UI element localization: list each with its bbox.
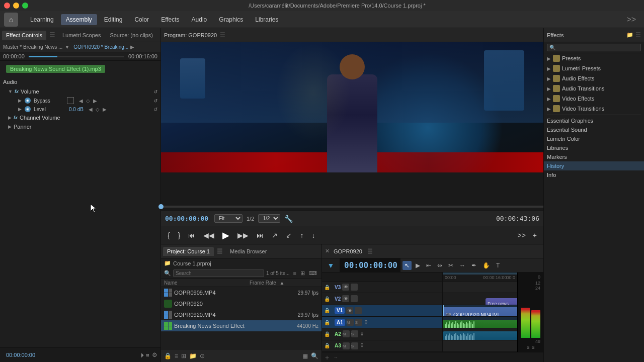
step-back-button[interactable]: ◀◀ xyxy=(201,230,217,241)
level-keyframe-diamond[interactable]: ◇ xyxy=(96,107,100,112)
a1-clip[interactable] xyxy=(443,320,517,328)
menu-color[interactable]: Color xyxy=(129,14,154,25)
track-select-tool-icon[interactable]: ▶ xyxy=(414,261,422,270)
effects-menu-icon[interactable]: ☰ xyxy=(635,32,641,39)
pen-tool-icon[interactable]: ✒ xyxy=(469,261,478,270)
a2-lock-icon[interactable]: 🔒 xyxy=(324,331,333,337)
panner-expand-icon[interactable]: ▶ xyxy=(8,124,12,129)
v3-eye-button[interactable]: 👁 xyxy=(342,284,349,291)
effects-section-info[interactable]: Info xyxy=(544,170,644,179)
icon-view2-icon[interactable]: ▦ xyxy=(302,352,308,359)
v1-clip-gopr0920[interactable]: 🎬 GOPR0920.MP4 [V] xyxy=(443,307,517,317)
text-tool-icon[interactable]: T xyxy=(494,261,502,270)
v2-mute-button[interactable] xyxy=(351,295,358,302)
a1-mic-icon[interactable]: 🎙 xyxy=(364,320,369,325)
timeline-timecode-display[interactable]: 00:00:00:00 xyxy=(340,258,400,272)
overwrite-button[interactable]: ↙ xyxy=(283,230,294,241)
lift-button[interactable]: ↑ xyxy=(297,230,306,241)
tab-lumetri-scopes[interactable]: Lumetri Scopes xyxy=(58,31,105,40)
a1-m-button[interactable]: M xyxy=(347,319,354,326)
level-keyframe-icon[interactable]: ◉ xyxy=(25,106,31,112)
effects-section-essential-sound[interactable]: Essential Sound xyxy=(544,125,644,134)
effects-section-libraries[interactable]: Libraries xyxy=(544,143,644,152)
monitor-scrubber[interactable] xyxy=(161,203,543,211)
minimize-button[interactable] xyxy=(13,3,19,9)
close-button[interactable] xyxy=(4,3,10,9)
column-name-header[interactable]: Name xyxy=(164,280,250,286)
list-view-bottom-icon[interactable]: ≡ xyxy=(175,352,178,359)
home-button[interactable]: ⌂ xyxy=(4,13,18,27)
volume-expand-icon[interactable]: ▼ xyxy=(8,89,13,94)
page-select[interactable]: 1/2 xyxy=(258,214,280,223)
menu-effects[interactable]: Effects xyxy=(156,14,184,25)
tab-media-browser[interactable]: Media Browser xyxy=(226,247,271,256)
ec-settings-icon[interactable]: ⚙ xyxy=(152,351,157,358)
effects-section-essential-graphics[interactable]: Essential Graphics xyxy=(544,116,644,125)
effects-section-presets[interactable]: ▶ Presets xyxy=(544,53,644,63)
go-to-out-button[interactable]: ⏭ xyxy=(254,230,266,241)
a1-lock-icon[interactable]: 🔒 xyxy=(324,320,333,325)
fit-select[interactable]: Fit 25% 50% 100% xyxy=(214,214,243,223)
v2-eye-button[interactable]: 👁 xyxy=(342,295,349,302)
v2-lock-icon[interactable]: 🔒 xyxy=(324,296,333,302)
a3-lock-icon[interactable]: 🔒 xyxy=(324,343,333,348)
v3-lock-icon[interactable]: 🔒 xyxy=(324,285,333,290)
column-framerate-header[interactable]: Frame Rate ▲ xyxy=(250,280,318,286)
level-value[interactable]: 0.0 dB xyxy=(69,107,84,112)
effects-section-audio-transitions[interactable]: ▶ Audio Transitions xyxy=(544,83,644,94)
bypass-keyframe-right[interactable]: ▶ xyxy=(93,98,97,104)
add-marker-button[interactable]: + xyxy=(530,230,539,241)
rolling-tool-icon[interactable]: ⇔ xyxy=(435,261,444,270)
v1-eye-button[interactable]: 👁 xyxy=(346,307,353,314)
slip-tool-icon[interactable]: ↔ xyxy=(457,261,467,270)
a2-mic-icon[interactable]: 🎙 xyxy=(360,331,365,337)
effects-section-lumetri-presets[interactable]: ▶ Lumetri Presets xyxy=(544,63,644,73)
bypass-keyframe-icon[interactable]: ◉ xyxy=(25,98,31,104)
project-search-input[interactable] xyxy=(173,269,264,277)
timeline-menu-icon[interactable]: ☰ xyxy=(367,248,373,255)
icon-view-bottom-icon[interactable]: ⊞ xyxy=(181,352,186,359)
ec-playback-icon[interactable]: ⏵▣ xyxy=(140,351,149,358)
v1-active-label[interactable]: V1 xyxy=(335,307,345,314)
search-icon[interactable]: 🔍 xyxy=(311,352,318,359)
effects-section-markers[interactable]: Markers xyxy=(544,152,644,161)
volume-reset-icon[interactable]: ↺ xyxy=(153,89,157,95)
channel-volume-expand-icon[interactable]: ▶ xyxy=(8,115,12,120)
hand-tool-icon[interactable]: ✋ xyxy=(480,261,492,270)
insert-button[interactable]: ↗ xyxy=(269,230,280,241)
timeline-close-icon[interactable]: ✕ xyxy=(325,248,330,254)
current-time-display[interactable]: 00:00:00:00 xyxy=(165,215,208,222)
bypass-keyframe-diamond[interactable]: ◇ xyxy=(86,98,90,104)
scrubber-handle[interactable] xyxy=(158,204,164,209)
effects-section-video-effects[interactable]: ▶ Video Effects xyxy=(544,94,644,104)
effects-section-history[interactable]: History xyxy=(544,161,644,170)
effects-section-lumetri-color[interactable]: Lumetri Color xyxy=(544,134,644,143)
project-item-gopr0909[interactable]: GOPR0909.MP4 29.97 fps xyxy=(161,287,321,298)
clip-label[interactable]: GOPR0920 * Breaking... xyxy=(73,44,128,50)
maximize-button[interactable] xyxy=(22,3,28,9)
a2-m-button[interactable]: M xyxy=(343,330,350,337)
project-item-gopr0920-seq[interactable]: GOPR0920 xyxy=(161,298,321,309)
more-transport-icon[interactable]: >> xyxy=(515,230,528,241)
play-button[interactable]: ▶ xyxy=(220,228,232,242)
new-bin-icon[interactable]: 📁 xyxy=(189,352,197,359)
more-workspaces-icon[interactable]: >> xyxy=(622,15,640,24)
level-reset-icon[interactable]: ↺ xyxy=(153,107,157,112)
level-keyframe-right[interactable]: ▶ xyxy=(103,107,107,112)
freeform-view-icon[interactable]: ⌨ xyxy=(307,269,318,277)
selection-tool-icon[interactable]: ↖ xyxy=(403,261,412,270)
v2-clip-free-news[interactable]: Free news xyxy=(486,298,517,305)
a3-mic-icon[interactable]: 🎙 xyxy=(360,343,365,348)
timeline-chevron-icon[interactable]: ▼ xyxy=(328,261,335,269)
a2-clip[interactable] xyxy=(443,331,517,340)
menu-libraries[interactable]: Libraries xyxy=(250,14,283,25)
a3-m-button[interactable]: M xyxy=(343,342,350,349)
menu-graphics[interactable]: Graphics xyxy=(214,14,248,25)
tab-source[interactable]: Source: (no clips) xyxy=(106,31,157,40)
effects-search-input[interactable] xyxy=(547,44,641,51)
v1-mute-button[interactable] xyxy=(355,307,362,314)
menu-assembly[interactable]: Assembly xyxy=(61,14,97,25)
bypass-keyframe-left[interactable]: ◀ xyxy=(79,98,83,104)
step-forward-button[interactable]: ▶▶ xyxy=(235,230,251,241)
effect-controls-menu-icon[interactable]: ☰ xyxy=(47,31,57,39)
